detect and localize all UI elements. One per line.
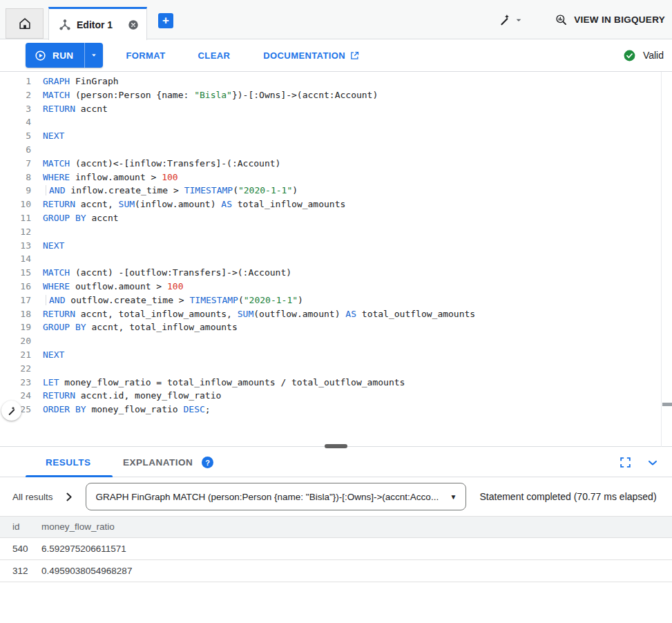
line-number: 1 <box>0 75 31 88</box>
code-line <box>43 362 475 376</box>
line-number: 13 <box>0 239 31 253</box>
line-number: 2 <box>0 88 31 102</box>
line-number: 5 <box>0 129 31 143</box>
line-number: 12 <box>0 225 31 239</box>
close-tab-icon[interactable] <box>127 19 140 31</box>
query-toolbar: RUN FORMAT CLEAR DOCUMENTATION Valid <box>0 39 672 72</box>
check-circle-icon <box>623 49 636 62</box>
column-header-id: id <box>0 517 41 537</box>
line-number: 8 <box>0 171 31 184</box>
table-row: 5406.592975206611571 <box>0 537 672 559</box>
code-line: NEXT <box>43 129 475 143</box>
line-number: 10 <box>0 198 31 211</box>
code-editor[interactable]: 1234567891011121314151617181920212223242… <box>0 72 672 447</box>
code-line: RETURN accnt.id, money_flow_ratio <box>43 389 475 403</box>
code-lines[interactable]: GRAPH FinGraphMATCH (person:Person {name… <box>43 75 475 416</box>
code-line: GRAPH FinGraph <box>43 75 475 88</box>
code-line: RETURN accnt, SUM(inflow.amount) AS tota… <box>43 198 475 211</box>
all-results-label: All results <box>12 492 53 502</box>
line-number: 6 <box>0 143 31 157</box>
tab-editor-1[interactable]: Editor 1 <box>48 7 147 40</box>
view-in-bigquery-button[interactable]: VIEW IN BIGQUERY <box>555 13 665 27</box>
statement-status-text: Statement completed (70.77 ms elapsed) <box>480 491 657 502</box>
editor-tab-label: Editor 1 <box>77 19 113 30</box>
results-panel-header: RESULTS EXPLANATION ? <box>0 448 672 477</box>
table-row: 3120.4959038054968287 <box>0 559 672 582</box>
results-table: id money_flow_ratio 5406.592975206611571… <box>0 517 672 582</box>
line-numbers: 1234567891011121314151617181920212223242… <box>0 75 31 416</box>
results-filter-row: All results GRAPH FinGraph MATCH (person… <box>0 477 672 517</box>
line-number: 7 <box>0 157 31 171</box>
table-cell: 6.592975206611571 <box>41 537 672 559</box>
play-circle-icon <box>34 49 47 62</box>
valid-label: Valid <box>643 50 664 61</box>
run-button[interactable]: RUN <box>26 43 84 68</box>
collapse-panel-chevron-icon[interactable] <box>646 456 660 470</box>
line-number: 20 <box>0 334 31 348</box>
editor-scrollbar-track <box>661 72 662 447</box>
column-header-money-flow-ratio: money_flow_ratio <box>41 517 672 537</box>
run-options-caret[interactable] <box>84 43 103 68</box>
line-number: 17 <box>0 294 31 307</box>
code-line: RETURN accnt, total_inflow_amounts, SUM(… <box>43 307 475 321</box>
code-line <box>43 115 475 129</box>
help-icon[interactable]: ? <box>202 457 213 468</box>
code-line: MATCH (accnt)<-[inflow:Transfers]-(:Acco… <box>43 157 475 171</box>
chevron-right-icon[interactable] <box>63 491 75 503</box>
code-line: LET money_flow_ratio = total_inflow_amou… <box>43 376 475 390</box>
sql-generation-menu-button[interactable] <box>498 13 524 27</box>
view-in-bigquery-label: VIEW IN BIGQUERY <box>574 15 665 25</box>
add-editor-tab-button[interactable]: + <box>158 13 173 28</box>
code-line <box>43 143 475 157</box>
code-line: AND inflow.create_time > TIMESTAMP("2020… <box>43 184 475 198</box>
line-number: 23 <box>0 376 31 390</box>
table-cell: 0.4959038054968287 <box>41 559 672 582</box>
line-number: 14 <box>0 252 31 266</box>
bigquery-graph-editor-window: Editor 1 + <box>0 0 672 623</box>
tab-explanation[interactable]: EXPLANATION <box>123 448 193 477</box>
panel-resize-handle[interactable] <box>325 444 347 448</box>
magic-pen-caret-icon <box>513 15 524 26</box>
table-cell: 312 <box>0 559 41 582</box>
code-line: WHERE inflow.amount > 100 <box>43 171 475 184</box>
code-line <box>43 225 475 239</box>
dropdown-caret-icon: ▼ <box>450 493 457 501</box>
statement-select-dropdown[interactable]: GRAPH FinGraph MATCH (person:Person {nam… <box>86 483 466 510</box>
line-number: 9 <box>0 184 31 198</box>
code-line: RETURN accnt <box>43 102 475 116</box>
line-number: 4 <box>0 115 31 129</box>
home-icon <box>17 16 32 31</box>
code-line: GROUP BY accnt <box>43 211 475 225</box>
format-button[interactable]: FORMAT <box>126 50 165 61</box>
line-number: 16 <box>0 280 31 294</box>
code-line: GROUP BY accnt, total_inflow_amounts <box>43 320 475 334</box>
clear-button[interactable]: CLEAR <box>198 50 231 61</box>
query-validation-status: Valid <box>623 49 664 62</box>
magic-pen-icon <box>498 13 512 27</box>
fullscreen-icon[interactable] <box>619 456 632 469</box>
tab-bar: Editor 1 + <box>0 0 672 39</box>
bigquery-search-icon <box>555 13 568 27</box>
tab-results[interactable]: RESULTS <box>46 448 91 477</box>
code-line <box>43 334 475 348</box>
table-cell: 540 <box>0 537 41 559</box>
code-line: MATCH (person:Person {name: "Bisla"})-[:… <box>43 88 475 102</box>
code-line: MATCH (accnt) -[outflow:Transfers]->(:Ac… <box>43 266 475 280</box>
line-number: 3 <box>0 102 31 116</box>
tabstrip-actions: VIEW IN BIGQUERY <box>498 0 665 39</box>
tab-home[interactable] <box>6 8 44 39</box>
editor-scrollbar-thumb[interactable] <box>662 403 672 406</box>
table-header-row: id money_flow_ratio <box>0 517 672 537</box>
line-number: 19 <box>0 320 31 334</box>
code-line: NEXT <box>43 348 475 362</box>
graph-editor-icon <box>59 19 71 31</box>
code-line: ORDER BY money_flow_ratio DESC; <box>43 403 475 416</box>
run-label: RUN <box>52 50 73 61</box>
documentation-link[interactable]: DOCUMENTATION <box>263 50 360 61</box>
code-line: NEXT <box>43 239 475 253</box>
line-number: 18 <box>0 307 31 321</box>
line-number: 22 <box>0 362 31 376</box>
line-number: 15 <box>0 266 31 280</box>
magic-pen-icon <box>6 405 17 416</box>
gemini-edit-button[interactable] <box>1 401 21 421</box>
